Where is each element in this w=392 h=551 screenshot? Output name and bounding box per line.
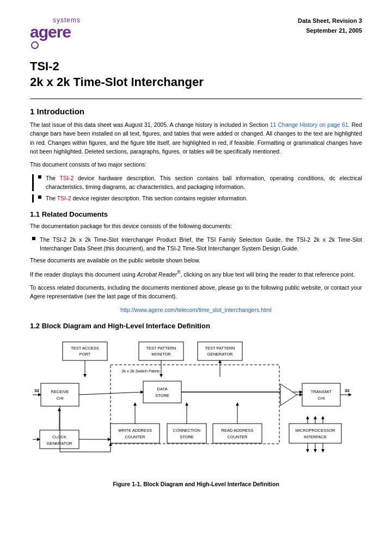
bullet-square-1 bbox=[38, 175, 41, 179]
svg-text:GENERATOR: GENERATOR bbox=[47, 441, 72, 446]
section1-para1: The last issue of this data sheet was Au… bbox=[30, 120, 362, 156]
logo-agere: agere bbox=[30, 24, 71, 40]
page: systems agere Data Sheet, Revision 3 Sep… bbox=[0, 0, 392, 551]
svg-rect-20 bbox=[302, 383, 340, 406]
svg-text:CONNECTION: CONNECTION bbox=[173, 428, 200, 433]
acrobat-italic: Acrobat Reader bbox=[137, 271, 177, 278]
diagram-container: 2k x 2k Switch Fabric TEST ACCESS PORT T… bbox=[30, 338, 362, 487]
logo-area: systems agere bbox=[30, 16, 81, 49]
logo-circle bbox=[31, 41, 39, 49]
svg-text:READ ADDRESS: READ ADDRESS bbox=[222, 428, 254, 433]
svg-text:32: 32 bbox=[345, 388, 350, 393]
bullet-text-3: The TSI-2 2k x 2k Time-Slot Interchanger… bbox=[40, 235, 362, 253]
svg-rect-5 bbox=[139, 342, 183, 360]
svg-text:STORE: STORE bbox=[155, 393, 169, 398]
svg-line-25 bbox=[79, 392, 143, 395]
svg-text:WRITE ADDRESS: WRITE ADDRESS bbox=[118, 428, 152, 433]
ss1-para1: The documentation package for this devic… bbox=[30, 222, 362, 230]
svg-rect-17 bbox=[143, 381, 181, 403]
svg-text:MICROPROCESSOR: MICROPROCESSOR bbox=[296, 428, 336, 433]
svg-rect-35 bbox=[167, 424, 206, 443]
fig-caption: Figure 1-1. Block Diagram and High-Level… bbox=[113, 481, 279, 487]
svg-text:INTERFACE: INTERFACE bbox=[304, 434, 327, 439]
title-divider bbox=[30, 99, 362, 99]
svg-text:TRANSMIT: TRANSMIT bbox=[311, 389, 332, 394]
subsection-1-2: 1.2 Block Diagram and High-Level Interfa… bbox=[30, 322, 362, 487]
svg-text:MONITOR: MONITOR bbox=[151, 352, 171, 357]
svg-text:STORE: STORE bbox=[180, 434, 194, 439]
ss1-para2: These documents are available on the pub… bbox=[30, 256, 362, 265]
svg-text:2k x 2k Switch Fabric: 2k x 2k Switch Fabric bbox=[121, 369, 160, 374]
svg-text:RECEIVE: RECEIVE bbox=[51, 389, 69, 394]
section-1-heading: 1 Introduction bbox=[30, 107, 362, 116]
svg-rect-8 bbox=[198, 342, 242, 360]
svg-rect-32 bbox=[111, 424, 160, 443]
subsection-1-2-heading: 1.2 Block Diagram and High-Level Interfa… bbox=[30, 322, 362, 330]
bullet-list-2: The TSI-2 2k x 2k Time-Slot Interchanger… bbox=[30, 235, 362, 253]
section1-para2: This document consists of two major sect… bbox=[30, 160, 362, 169]
ss1-para3: If the reader displays this document usi… bbox=[30, 269, 362, 279]
svg-rect-41 bbox=[289, 424, 341, 443]
doc-info-line2: September 21, 2005 bbox=[298, 26, 362, 36]
svg-text:COUNTER: COUNTER bbox=[125, 434, 145, 439]
svg-rect-14 bbox=[41, 383, 79, 406]
svg-rect-2 bbox=[63, 342, 107, 360]
svg-text:GENERATOR: GENERATOR bbox=[207, 352, 233, 357]
svg-text:CLOCK: CLOCK bbox=[52, 434, 66, 439]
bullet-square-2 bbox=[38, 195, 41, 199]
svg-text:CHI: CHI bbox=[57, 396, 64, 401]
svg-text:DATA: DATA bbox=[157, 387, 168, 391]
svg-text:PORT: PORT bbox=[79, 352, 91, 357]
section-1: 1 Introduction The last issue of this da… bbox=[30, 107, 362, 487]
doc-info-line1: Data Sheet, Revision 3 bbox=[298, 16, 362, 26]
doc-title: TSI-2 2k x 2k Time-Slot Interchanger bbox=[30, 59, 362, 90]
bullet-bar-2 bbox=[32, 194, 34, 203]
svg-text:TEST PATTERN: TEST PATTERN bbox=[146, 346, 176, 351]
ss1-link: http://www.agere.com/telecom/time_slot_i… bbox=[30, 305, 362, 314]
subsection-1-1-heading: 1.1 Related Documents bbox=[30, 210, 362, 218]
svg-text:32: 32 bbox=[34, 388, 39, 393]
bullet-item-2: The TSI-2 device register description. T… bbox=[30, 194, 362, 203]
bullet-square-3 bbox=[32, 237, 35, 240]
svg-text:CHI: CHI bbox=[318, 396, 325, 401]
svg-marker-27 bbox=[280, 384, 297, 406]
bullet-item-1: The TSI-2 device hardware description. T… bbox=[30, 174, 362, 192]
svg-text:TEST ACCESS: TEST ACCESS bbox=[71, 346, 99, 351]
change-history-link[interactable]: 11 Change History on page 61 bbox=[270, 121, 348, 128]
block-diagram-svg: 2k x 2k Switch Fabric TEST ACCESS PORT T… bbox=[30, 338, 362, 476]
svg-text:COUNTER: COUNTER bbox=[227, 434, 248, 439]
bullet-text-2: The TSI-2 device register description. T… bbox=[46, 194, 248, 203]
header: systems agere Data Sheet, Revision 3 Sep… bbox=[30, 16, 362, 49]
ss1-para4: To access related documents, including t… bbox=[30, 283, 362, 301]
bullet-bar-1 bbox=[32, 174, 34, 192]
title-block: TSI-2 2k x 2k Time-Slot Interchanger bbox=[30, 59, 362, 90]
svg-text:TEST PATTERN: TEST PATTERN bbox=[205, 346, 235, 351]
website-link[interactable]: http://www.agere.com/telecom/time_slot_i… bbox=[120, 307, 272, 313]
bullet-item-3: The TSI-2 2k x 2k Time-Slot Interchanger… bbox=[30, 235, 362, 253]
svg-rect-38 bbox=[213, 424, 262, 443]
bullet-text-1: The TSI-2 device hardware description. T… bbox=[46, 174, 362, 192]
tsi2-link-1: TSI-2 bbox=[60, 175, 74, 181]
subsection-1-1: 1.1 Related Documents The documentation … bbox=[30, 210, 362, 314]
header-right: Data Sheet, Revision 3 September 21, 200… bbox=[298, 16, 362, 35]
tsi2-link-2: TSI-2 bbox=[57, 195, 71, 201]
bullet-list-1: The TSI-2 device hardware description. T… bbox=[30, 174, 362, 203]
